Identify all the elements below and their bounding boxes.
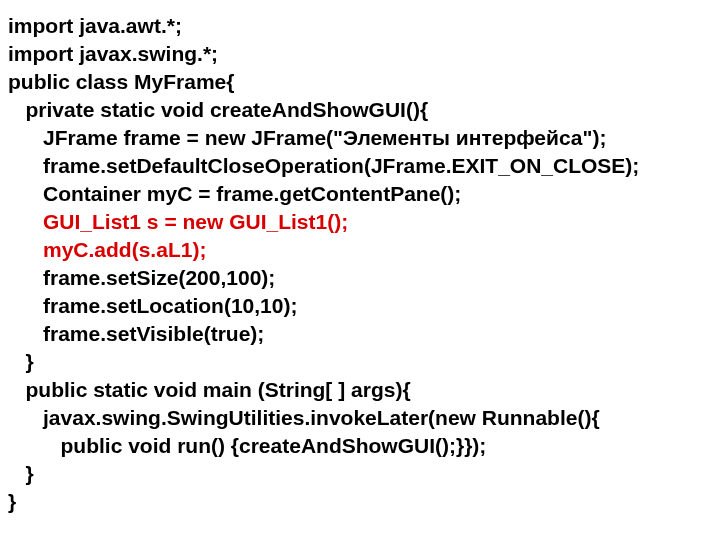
code-line: public void run() {createAndShowGUI();}}… <box>8 432 712 460</box>
code-line: frame.setDefaultCloseOperation(JFrame.EX… <box>8 152 712 180</box>
code-line: frame.setLocation(10,10); <box>8 292 712 320</box>
code-line: import java.awt.*; <box>8 12 712 40</box>
code-block: import java.awt.*;import javax.swing.*;p… <box>0 0 720 528</box>
code-line: private static void createAndShowGUI(){ <box>8 96 712 124</box>
code-line: } <box>8 348 712 376</box>
code-line: javax.swing.SwingUtilities.invokeLater(n… <box>8 404 712 432</box>
code-line: } <box>8 488 712 516</box>
code-line: public class MyFrame{ <box>8 68 712 96</box>
code-line: JFrame frame = new JFrame("Элементы инте… <box>8 124 712 152</box>
code-line: myC.add(s.aL1); <box>8 236 712 264</box>
code-line: public static void main (String[ ] args)… <box>8 376 712 404</box>
code-line: Container myC = frame.getContentPane(); <box>8 180 712 208</box>
code-line: } <box>8 460 712 488</box>
code-line: frame.setSize(200,100); <box>8 264 712 292</box>
code-line: frame.setVisible(true); <box>8 320 712 348</box>
code-line: import javax.swing.*; <box>8 40 712 68</box>
code-line: GUI_List1 s = new GUI_List1(); <box>8 208 712 236</box>
